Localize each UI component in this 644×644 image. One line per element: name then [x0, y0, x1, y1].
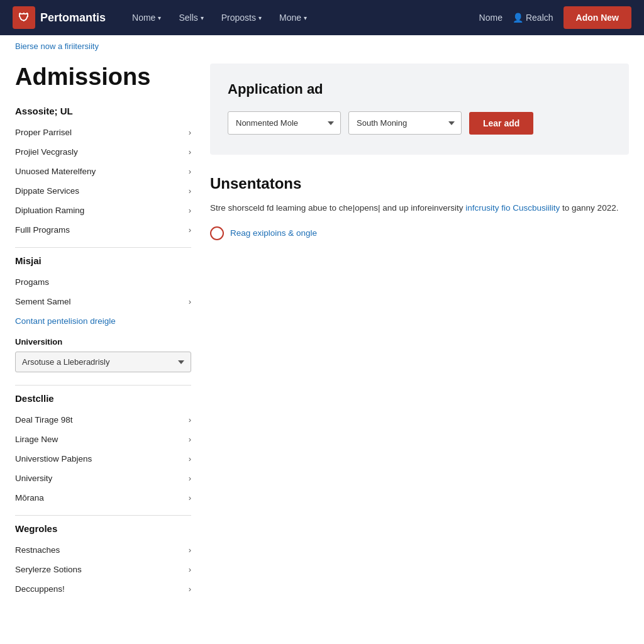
sidebar-item-contant[interactable]: Contant pentelision dreigle [15, 311, 191, 331]
sidebar-item-deccuppens[interactable]: Deccuppens! › [15, 579, 191, 599]
chevron-right-icon: › [189, 128, 191, 137]
nav-item-sells[interactable]: Sells ▾ [171, 8, 211, 28]
sidebar-item-progams[interactable]: Progams [15, 272, 191, 292]
breadcrumb-link[interactable]: Bierse now a firiitersiity [15, 42, 99, 51]
chevron-right-icon: › [189, 186, 191, 196]
page-title: Admissions [15, 64, 191, 91]
breadcrumb: Bierse now a firiitersiity [0, 35, 644, 57]
sidebar-divider-3 [15, 515, 191, 516]
university-select-wrapper: Arsotuse a Lleberadrisly [15, 352, 191, 372]
navbar-right: Nome 👤 Realch Adon New [479, 6, 631, 29]
chevron-right-icon: › [189, 584, 191, 594]
navbar-left: 🛡 Pertomantis Nome ▾ Sells ▾ Proposts ▾ … [13, 6, 314, 29]
application-panel-title: Application ad [228, 81, 611, 97]
sidebar-item-dippate[interactable]: Dippate Services › [15, 181, 191, 201]
brand-shield-icon: 🛡 [13, 6, 35, 29]
navbar: 🛡 Pertomantis Nome ▾ Sells ▾ Proposts ▾ … [0, 0, 644, 35]
chevron-right-icon: › [189, 474, 191, 483]
sidebar-divider-2 [15, 385, 191, 386]
unsentations-link[interactable]: infcrusity fio Cuscbusiility [465, 203, 560, 213]
chevron-down-icon: ▾ [158, 14, 161, 21]
university-select[interactable]: Arsotuse a Lleberadrisly [15, 352, 191, 372]
university-label: Universition [15, 337, 191, 347]
sidebar-item-fulll[interactable]: Fulll Programs › [15, 220, 191, 240]
nav-item-proposts[interactable]: Proposts ▾ [214, 8, 269, 28]
sidebar-item-dipluation[interactable]: Dipluation Raming › [15, 201, 191, 220]
chevron-right-icon: › [189, 493, 191, 502]
brand-name: Pertomantis [40, 11, 106, 25]
application-dropdown2[interactable]: South Moning [348, 111, 462, 135]
user-icon: 👤 [513, 13, 523, 23]
brand-logo[interactable]: 🛡 Pertomantis [13, 6, 106, 29]
application-controls: Nonmented Mole South Moning Lear add [228, 111, 611, 135]
sidebar-item-universtiow[interactable]: Universtiow Pabjens › [15, 449, 191, 469]
navbar-menu: Nome ▾ Sells ▾ Proposts ▾ Mone ▾ [125, 8, 314, 28]
nav-nome-link[interactable]: Nome [479, 13, 502, 23]
radio-icon [210, 226, 224, 240]
sidebar-section3-title: Destcllie [15, 393, 191, 404]
sidebar-section1-title: Assosite; UL [15, 106, 191, 116]
unsentations-section: Unsentatons Stre shorsceld fd leaming ab… [210, 175, 629, 240]
sidebar-item-projiel[interactable]: Projiel Vecgrasly › [15, 142, 191, 162]
nav-realch-link[interactable]: 👤 Realch [513, 13, 553, 23]
chevron-right-icon: › [189, 565, 191, 574]
chevron-down-icon: ▾ [258, 14, 262, 21]
chevron-right-icon: › [189, 415, 191, 425]
chevron-right-icon: › [189, 297, 191, 306]
unsentations-body: Stre shorsceld fd leaming abue to che|op… [210, 201, 629, 215]
sidebar: Admissions Assosite; UL Proper Parrisel … [15, 57, 204, 599]
nav-item-mone[interactable]: Mone ▾ [272, 8, 314, 28]
chevron-right-icon: › [189, 147, 191, 157]
sidebar-item-proper-parrisel[interactable]: Proper Parrisel › [15, 123, 191, 142]
sidebar-item-lirage[interactable]: Lirage New › [15, 430, 191, 449]
application-panel: Application ad Nonmented Mole South Moni… [210, 64, 629, 155]
chevron-down-icon: ▾ [304, 14, 307, 21]
radio-link-row: Reag exiploins & ongle [210, 226, 629, 240]
addon-new-button[interactable]: Adon New [564, 6, 631, 29]
chevron-right-icon: › [189, 435, 191, 444]
chevron-right-icon: › [189, 167, 191, 176]
sidebar-item-university[interactable]: University › [15, 469, 191, 488]
sidebar-divider-1 [15, 247, 191, 248]
main-content: Application ad Nonmented Mole South Moni… [204, 57, 629, 599]
application-dropdown1[interactable]: Nonmented Mole [228, 111, 341, 135]
page-container: Admissions Assosite; UL Proper Parrisel … [0, 57, 644, 624]
sidebar-item-serylerze[interactable]: Serylerze Sotions › [15, 560, 191, 579]
chevron-right-icon: › [189, 545, 191, 555]
sidebar-section2-title: Misjai [15, 255, 191, 266]
sidebar-item-restnaches[interactable]: Restnaches › [15, 540, 191, 560]
chevron-down-icon: ▾ [201, 14, 204, 21]
chevron-right-icon: › [189, 206, 191, 215]
sidebar-item-morana[interactable]: Mōrana › [15, 488, 191, 508]
unsentations-title: Unsentatons [210, 175, 629, 192]
chevron-right-icon: › [189, 454, 191, 464]
chevron-right-icon: › [189, 225, 191, 235]
sidebar-item-sement[interactable]: Sement Samel › [15, 292, 191, 311]
sidebar-item-unuosed[interactable]: Unuosed Materelfeny › [15, 162, 191, 181]
radio-link[interactable]: Reag exiploins & ongle [230, 228, 317, 238]
sidebar-item-deal-tirage[interactable]: Deal Tirage 98t › [15, 410, 191, 430]
learn-add-button[interactable]: Lear add [469, 112, 533, 135]
sidebar-section4-title: Wegroles [15, 523, 191, 534]
nav-item-nome[interactable]: Nome ▾ [125, 8, 169, 28]
